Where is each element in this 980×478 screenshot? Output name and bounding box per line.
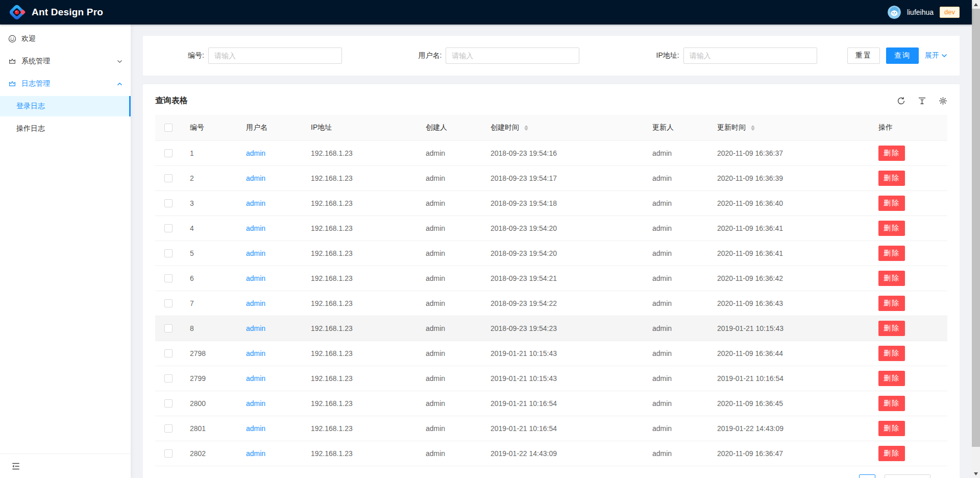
table-card: 查询表格 [143,84,960,478]
cell-updater: admin [644,341,709,366]
sort-carets-icon[interactable] [524,125,528,131]
sidebar-item-login-log[interactable]: 登录日志 [0,96,131,116]
sidebar-item-label: 日志管理 [21,79,50,88]
row-checkbox[interactable] [164,424,173,433]
username-link[interactable]: admin [246,274,265,282]
cell-updater: admin [644,190,709,216]
row-checkbox[interactable] [164,374,173,383]
row-checkbox[interactable] [164,199,173,207]
delete-button[interactable]: 删除 [878,246,905,261]
delete-button[interactable]: 删除 [878,146,905,161]
app-header: Ant Design Pro liufeihua dev [0,0,972,25]
delete-button[interactable]: 删除 [878,421,905,436]
username-link[interactable]: admin [246,349,265,357]
chevron-up-icon [117,81,122,87]
column-header-actions: 操作 [870,115,947,140]
table-row: 2801 admin 192.168.1.23 admin 2019-01-21… [155,416,947,441]
sidebar-item-welcome[interactable]: 欢迎 [0,29,131,49]
row-checkbox[interactable] [164,399,173,408]
density-icon[interactable] [918,97,926,105]
settings-gear-icon[interactable] [939,97,947,105]
cell-updated-time: 2020-11-09 16:36:44 [709,341,870,366]
cell-creator: admin [418,241,482,266]
user-name[interactable]: liufeihua [907,8,934,16]
username-link[interactable]: admin [246,424,265,433]
row-checkbox[interactable] [164,274,173,282]
scrollbar-down-arrow-icon[interactable] [972,469,980,478]
row-checkbox[interactable] [164,324,173,332]
delete-button[interactable]: 删除 [878,346,905,361]
delete-button[interactable]: 删除 [878,296,905,311]
delete-button[interactable]: 删除 [878,221,905,236]
table-title: 查询表格 [155,94,188,107]
username-link[interactable]: admin [246,299,265,307]
cell-updated-time: 2019-01-21 10:16:54 [709,366,870,391]
brand[interactable]: Ant Design Pro [8,4,103,21]
cell-id: 7 [182,291,238,316]
menu-fold-icon[interactable] [11,462,20,471]
row-checkbox[interactable] [164,174,173,182]
delete-button[interactable]: 删除 [878,371,905,386]
sidebar-item-logs[interactable]: 日志管理 [0,74,131,94]
id-filter-input[interactable] [208,47,342,64]
select-all-checkbox[interactable] [164,124,173,132]
cell-created-time: 2018-09-23 19:54:20 [482,216,644,241]
scrollbar-thumb[interactable] [972,9,980,447]
sidebar-item-label: 系统管理 [21,57,50,66]
delete-button[interactable]: 删除 [878,196,905,211]
sidebar: 欢迎 系统管理 日志管理 [0,25,131,478]
column-header-updated[interactable]: 更新时间 [709,115,870,140]
vertical-scrollbar[interactable] [972,0,980,478]
row-checkbox[interactable] [164,149,173,157]
column-header-label: 更新时间 [717,123,746,131]
crown-icon [8,80,16,88]
column-header-created[interactable]: 创建时间 [482,115,644,140]
username-link[interactable]: admin [246,249,265,257]
cell-ip: 192.168.1.23 [303,441,418,466]
reload-icon[interactable] [897,97,905,105]
cell-updater: admin [644,366,709,391]
username-link[interactable]: admin [246,224,265,232]
username-link[interactable]: admin [246,449,265,458]
delete-button[interactable]: 删除 [878,446,905,461]
cell-creator: admin [418,190,482,216]
cell-id: 2802 [182,441,238,466]
row-checkbox[interactable] [164,299,173,307]
username-filter-input[interactable] [446,47,579,64]
username-link[interactable]: admin [246,149,265,157]
sort-carets-icon[interactable] [751,125,755,131]
username-link[interactable]: admin [246,374,265,383]
filter-card: 编号: 用户名: IP地址: 重置 查询 展开 [143,36,960,76]
sidebar-item-system[interactable]: 系统管理 [0,51,131,71]
cell-created-time: 2018-09-23 19:54:21 [482,266,644,291]
username-link[interactable]: admin [246,399,265,408]
cell-ip: 192.168.1.23 [303,241,418,266]
cell-updater: admin [644,291,709,316]
cell-creator: admin [418,165,482,190]
pagination-page-1-button[interactable] [859,474,875,478]
row-checkbox[interactable] [164,449,173,458]
expand-link[interactable]: 展开 [925,51,947,60]
cell-created-time: 2018-09-23 19:54:20 [482,241,644,266]
username-link[interactable]: admin [246,324,265,332]
username-link[interactable]: admin [246,199,265,207]
username-link[interactable]: admin [246,174,265,182]
user-avatar[interactable] [888,6,901,19]
ip-filter-input[interactable] [683,47,817,64]
delete-button[interactable]: 删除 [878,396,905,411]
cell-updater: admin [644,391,709,416]
scrollbar-up-arrow-icon[interactable] [972,0,980,9]
row-checkbox[interactable] [164,249,173,257]
cell-ip: 192.168.1.23 [303,366,418,391]
row-checkbox[interactable] [164,224,173,232]
reset-button[interactable]: 重置 [847,47,880,64]
delete-button[interactable]: 删除 [878,171,905,186]
smile-icon [8,35,16,43]
sidebar-item-operation-log[interactable]: 操作日志 [0,118,131,139]
delete-button[interactable]: 删除 [878,321,905,336]
pagination-size-select[interactable] [885,474,930,478]
delete-button[interactable]: 删除 [878,271,905,286]
search-button[interactable]: 查询 [886,47,919,64]
cell-updated-time: 2020-11-09 16:36:39 [709,165,870,190]
row-checkbox[interactable] [164,349,173,357]
